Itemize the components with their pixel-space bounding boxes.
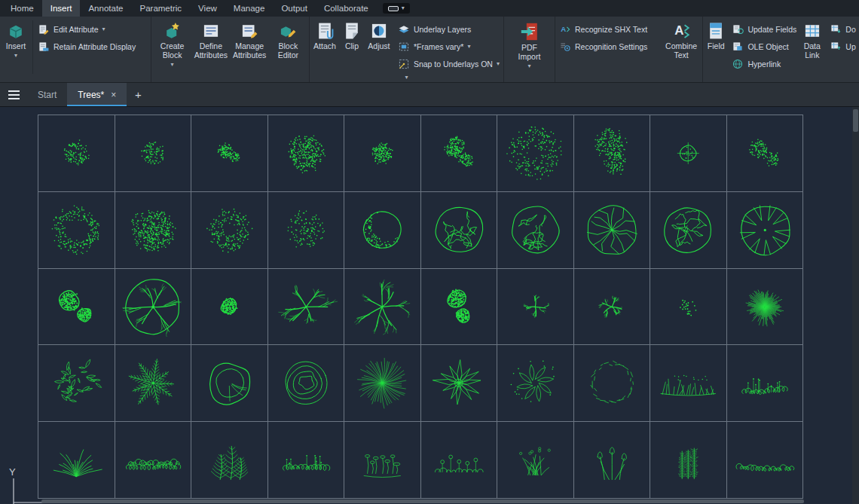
tree-block-cell-16[interactable]	[421, 192, 498, 269]
combine-text-label: Combine Text	[663, 42, 699, 60]
tree-block-cell-14[interactable]	[268, 192, 345, 269]
vertical-scrollbar-thumb[interactable]	[853, 109, 858, 132]
tree-block-cell-35[interactable]	[344, 345, 421, 422]
tree-block-cell-49[interactable]	[650, 422, 727, 499]
close-tab-icon[interactable]: ×	[111, 90, 116, 100]
tree-block-cell-31[interactable]	[38, 345, 115, 422]
combine-text-button[interactable]: A Combine Text	[662, 18, 701, 76]
tree-block-cell-13[interactable]	[191, 192, 268, 269]
block-editor-button[interactable]: Block Editor	[269, 18, 307, 76]
underlay-layers-button[interactable]: Underlay Layers	[396, 22, 502, 36]
recognition-settings-button[interactable]: Recognition Settings	[557, 39, 662, 53]
recognize-shx-text-button[interactable]: A Recognize SHX Text	[557, 22, 662, 36]
tree-block-cell-26[interactable]	[421, 269, 498, 346]
tree-block-cell-45[interactable]	[344, 422, 421, 499]
download-from-source-button[interactable]: Do	[827, 22, 857, 36]
tree-block-cell-11[interactable]	[38, 192, 115, 269]
tree-block-cell-39[interactable]	[650, 345, 727, 422]
tree-block-cell-5[interactable]	[344, 115, 421, 192]
upload-to-source-button[interactable]: Up	[827, 39, 857, 53]
edit-attribute-button[interactable]: Edit Attribute	[35, 22, 138, 36]
ribbon-tab-home[interactable]: Home	[2, 0, 42, 17]
create-block-button[interactable]: Create Block	[153, 18, 191, 76]
tree-block-cell-1[interactable]	[38, 115, 115, 192]
data-link-button[interactable]: Data Link	[799, 18, 825, 76]
update-fields-button[interactable]: Update Fields	[729, 22, 799, 36]
tree-block-cell-44[interactable]	[268, 422, 345, 499]
ribbon-tab-collaborate[interactable]: Collaborate	[316, 0, 377, 17]
attach-button[interactable]: Attach	[311, 18, 338, 76]
tree-symbol	[497, 192, 573, 268]
tree-block-cell-27[interactable]	[497, 269, 574, 346]
ribbon-tab-annotate[interactable]: Annotate	[80, 0, 131, 17]
tree-block-cell-38[interactable]	[574, 345, 651, 422]
reference-panel-expander[interactable]	[310, 69, 503, 82]
tree-block-cell-50[interactable]	[727, 422, 804, 499]
tree-block-cell-18[interactable]	[574, 192, 651, 269]
tree-block-cell-42[interactable]	[115, 422, 192, 499]
tree-block-cell-12[interactable]	[115, 192, 192, 269]
tree-block-cell-37[interactable]	[497, 345, 574, 422]
upload-source-label: Up	[845, 42, 855, 51]
define-attributes-button[interactable]: Define Attributes	[191, 18, 230, 76]
tree-block-cell-29[interactable]	[650, 269, 727, 346]
vertical-scrollbar[interactable]	[852, 107, 859, 504]
tree-block-cell-10[interactable]	[727, 115, 804, 192]
tree-block-cell-36[interactable]	[421, 345, 498, 422]
file-tabs-menu-button[interactable]	[0, 83, 27, 106]
ribbon-display-options-button[interactable]	[383, 3, 410, 14]
tree-block-cell-6[interactable]	[421, 115, 498, 192]
tree-symbol	[38, 115, 115, 191]
tree-block-cell-23[interactable]	[191, 269, 268, 346]
ribbon-tab-manage[interactable]: Manage	[225, 0, 274, 17]
block-editor-label: Block Editor	[271, 42, 306, 60]
divider	[32, 20, 33, 74]
tree-block-cell-15[interactable]	[344, 192, 421, 269]
field-button[interactable]: Field	[705, 18, 727, 76]
insert-button[interactable]: Insert	[2, 18, 30, 76]
tree-block-cell-40[interactable]	[727, 345, 804, 422]
tree-block-cell-8[interactable]	[574, 115, 651, 192]
horizontal-scrollbar[interactable]	[41, 499, 804, 503]
recognition-settings-label: Recognition Settings	[575, 42, 647, 51]
tree-block-cell-48[interactable]	[574, 422, 651, 499]
tree-block-cell-7[interactable]	[497, 115, 574, 192]
tree-block-cell-28[interactable]	[574, 269, 651, 346]
manage-attributes-button[interactable]: Manage Attributes	[231, 18, 269, 76]
tree-block-cell-21[interactable]	[38, 269, 115, 346]
ribbon-tab-parametric[interactable]: Parametric	[132, 0, 191, 17]
tree-block-cell-24[interactable]	[268, 269, 345, 346]
tree-block-cell-3[interactable]	[191, 115, 268, 192]
ribbon-tab-output[interactable]: Output	[273, 0, 316, 17]
update-fields-label: Update Fields	[747, 25, 796, 34]
hyperlink-button[interactable]: Hyperlink	[729, 57, 799, 71]
ribbon-tab-insert[interactable]: Insert	[42, 0, 81, 17]
retain-attribute-display-button[interactable]: Retain Attribute Display	[35, 39, 138, 53]
drawing-canvas[interactable]: Y	[0, 107, 859, 504]
adjust-button[interactable]: Adjust	[365, 18, 393, 76]
tree-block-cell-33[interactable]	[191, 345, 268, 422]
tree-block-cell-30[interactable]	[727, 269, 804, 346]
ribbon-tab-view[interactable]: View	[190, 0, 225, 17]
tree-block-cell-20[interactable]	[727, 192, 804, 269]
file-tab-start[interactable]: Start	[27, 83, 67, 106]
tree-block-cell-22[interactable]	[115, 269, 192, 346]
tree-block-cell-9[interactable]	[650, 115, 727, 192]
tree-block-cell-46[interactable]	[421, 422, 498, 499]
tree-block-cell-34[interactable]	[268, 345, 345, 422]
new-tab-button[interactable]: +	[127, 83, 149, 106]
frames-vary-dropdown[interactable]: *Frames vary*	[396, 39, 502, 53]
tree-block-cell-2[interactable]	[115, 115, 192, 192]
tree-block-cell-25[interactable]	[344, 269, 421, 346]
pdf-import-button[interactable]: PDF Import	[509, 18, 551, 76]
ole-object-button[interactable]: OLE Object	[729, 39, 799, 53]
file-tab-trees[interactable]: Trees* ×	[67, 83, 127, 106]
tree-block-cell-19[interactable]	[650, 192, 727, 269]
tree-symbol	[115, 192, 191, 268]
tree-block-cell-47[interactable]	[497, 422, 574, 499]
tree-block-cell-17[interactable]	[497, 192, 574, 269]
tree-block-cell-32[interactable]	[115, 345, 192, 422]
tree-block-cell-43[interactable]	[191, 422, 268, 499]
clip-button[interactable]: Clip	[338, 18, 365, 76]
tree-block-cell-4[interactable]	[268, 115, 345, 192]
